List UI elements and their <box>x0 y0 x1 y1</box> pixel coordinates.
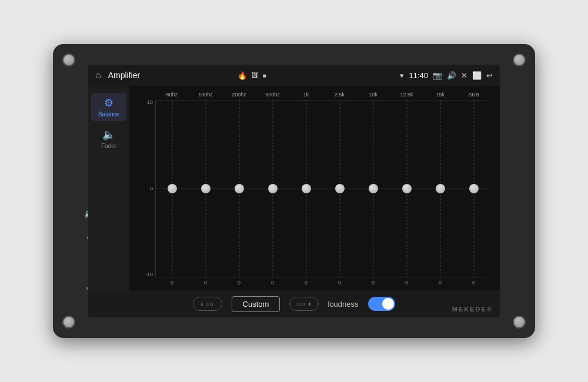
screw-bl <box>62 316 75 329</box>
prev-icon: ‹ <box>201 300 203 308</box>
screw-br <box>513 316 526 329</box>
brand-watermark: MEKEDE® <box>452 306 493 313</box>
content-area: ⚙ Balance 🔈 Fader 60hz 100hz 200hz 500hz <box>88 86 500 290</box>
screw-tl <box>62 53 75 66</box>
bottom-values: 0 0 0 0 0 0 0 0 0 0 <box>139 280 490 286</box>
next-preset-button[interactable]: oo › <box>289 297 318 311</box>
band-value-12p5k: 0 <box>390 280 423 286</box>
screen: ⌂ Amplifier 🔥 🖼 ■ ▾ 11:40 📷 🔊 ✕ ⬜ ↩ ⚙ Ba… <box>88 65 500 317</box>
sliders-container <box>155 100 490 277</box>
slider-handle-15k[interactable] <box>436 184 445 193</box>
band-slider-200hz[interactable] <box>223 100 256 277</box>
next-dots: oo <box>297 301 306 307</box>
freq-label-1k: 1k <box>289 92 323 98</box>
band-value-1k: 0 <box>289 280 323 286</box>
home-icon[interactable]: ⌂ <box>95 70 101 81</box>
eq-bands-container: 60hz 100hz 200hz 500hz 1k 2.5k 10k 12.5k… <box>139 92 490 286</box>
band-slider-10k[interactable] <box>356 100 390 277</box>
prev-preset-button[interactable]: ‹ oo <box>193 297 222 311</box>
screw-tr <box>513 53 526 66</box>
y-label-10: 10 <box>139 100 153 105</box>
band-value-2p5k: 0 <box>323 280 356 286</box>
freq-labels: 60hz 100hz 200hz 500hz 1k 2.5k 10k 12.5k… <box>139 92 490 98</box>
toggle-knob <box>382 298 394 310</box>
band-slider-500hz[interactable] <box>256 100 290 277</box>
band-value-10k: 0 <box>356 280 390 286</box>
slider-handle-2p5k[interactable] <box>335 184 345 193</box>
band-value-100hz: 0 <box>189 280 222 286</box>
device-frame: MIC RST ⏻ ⌂ ↩ 🔊+ 🔊- ⌂ Amplifier 🔥 🖼 ■ ▾ … <box>53 44 535 338</box>
slider-handle-60hz[interactable] <box>168 184 177 193</box>
wifi-icon: ▾ <box>400 71 404 80</box>
freq-label-2p5k: 2.5k <box>323 92 356 98</box>
band-slider-1k[interactable] <box>290 100 323 277</box>
sidebar-item-fader[interactable]: 🔈 Fader <box>91 125 126 153</box>
freq-label-100hz: 100hz <box>189 92 222 98</box>
next-icon: › <box>309 300 311 308</box>
eq-graph: 10 0 -10 <box>139 100 490 277</box>
prev-dots: oo <box>205 301 214 307</box>
close-icon[interactable]: ✕ <box>461 71 467 80</box>
status-time: 11:40 <box>409 71 428 80</box>
slider-handle-200hz[interactable] <box>235 184 244 193</box>
slider-handle-sub[interactable] <box>469 184 479 193</box>
freq-label-12p5k: 12.5k <box>390 92 423 98</box>
slider-handle-1k[interactable] <box>302 184 311 193</box>
band-slider-100hz[interactable] <box>189 100 223 277</box>
loudness-toggle[interactable] <box>368 297 395 311</box>
freq-label-200hz: 200hz <box>222 92 256 98</box>
left-sidebar: ⚙ Balance 🔈 Fader <box>88 86 129 290</box>
screen-title: Amplifier <box>108 71 233 80</box>
band-slider-60hz[interactable] <box>156 100 189 277</box>
sidebar-item-balance[interactable]: ⚙ Balance <box>91 93 126 121</box>
slider-handle-100hz[interactable] <box>201 184 211 193</box>
band-slider-12p5k[interactable] <box>390 100 423 277</box>
freq-label-10k: 10k <box>356 92 390 98</box>
image-icon: 🖼 <box>252 72 258 79</box>
y-label-neg10: -10 <box>139 272 153 277</box>
bottom-controls: ‹ oo Custom oo › loudness <box>88 290 500 317</box>
band-value-60hz: 0 <box>155 280 189 286</box>
freq-label-sub: SUB <box>457 92 490 98</box>
band-value-500hz: 0 <box>256 280 289 286</box>
freq-label-15k: 15k <box>423 92 457 98</box>
band-slider-2p5k[interactable] <box>323 100 357 277</box>
loudness-label: loudness <box>328 300 359 309</box>
band-slider-sub[interactable] <box>457 100 490 277</box>
eq-area: 60hz 100hz 200hz 500hz 1k 2.5k 10k 12.5k… <box>129 86 500 290</box>
slider-handle-500hz[interactable] <box>268 184 278 193</box>
square-icon: ■ <box>263 72 266 79</box>
slider-handle-10k[interactable] <box>369 184 378 193</box>
fader-label: Fader <box>101 143 116 149</box>
status-bar: ⌂ Amplifier 🔥 🖼 ■ ▾ 11:40 📷 🔊 ✕ ⬜ ↩ <box>88 65 500 86</box>
balance-label: Balance <box>98 111 119 118</box>
window-icon[interactable]: ⬜ <box>472 71 482 80</box>
flame-icon: 🔥 <box>238 71 247 80</box>
band-value-200hz: 0 <box>222 280 256 286</box>
custom-preset-button[interactable]: Custom <box>232 296 280 312</box>
band-value-sub: 0 <box>457 280 490 286</box>
camera-icon[interactable]: 📷 <box>433 71 442 80</box>
y-axis: 10 0 -10 <box>139 100 155 277</box>
volume-icon[interactable]: 🔊 <box>447 71 456 80</box>
freq-label-60hz: 60hz <box>155 92 189 98</box>
freq-label-500hz: 500hz <box>256 92 289 98</box>
band-value-15k: 0 <box>423 280 457 286</box>
y-label-0: 0 <box>139 186 153 192</box>
band-slider-15k[interactable] <box>423 100 457 277</box>
balance-icon: ⚙ <box>104 96 113 109</box>
fader-icon: 🔈 <box>102 128 115 141</box>
back-nav-icon[interactable]: ↩ <box>486 71 493 80</box>
slider-handle-12p5k[interactable] <box>402 184 412 193</box>
